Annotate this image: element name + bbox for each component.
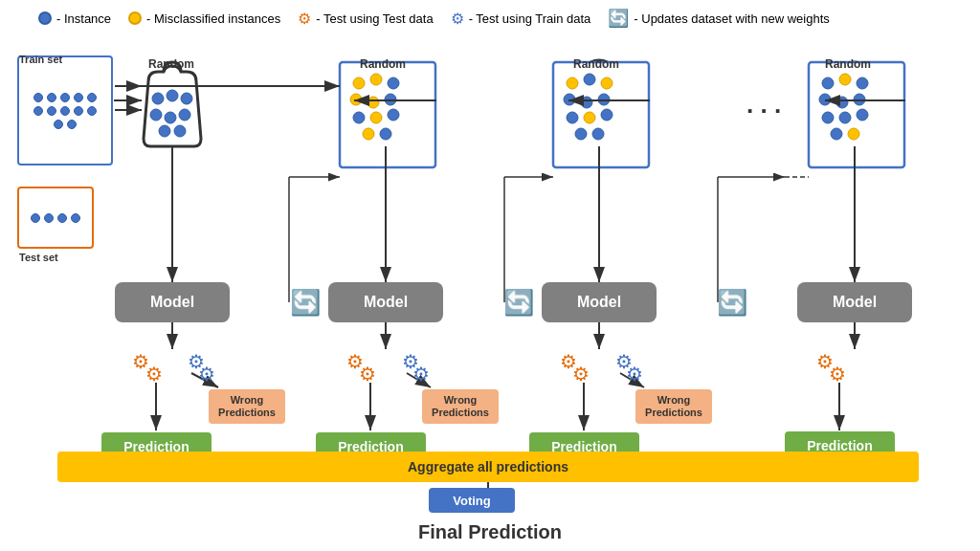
instance-label: - Instance bbox=[56, 11, 111, 26]
svg-text:⚙: ⚙ bbox=[626, 364, 643, 385]
svg-text:⚙: ⚙ bbox=[188, 351, 205, 372]
model-box-3: Model bbox=[542, 282, 657, 322]
svg-line-86 bbox=[407, 373, 431, 387]
svg-point-43 bbox=[388, 109, 399, 121]
svg-point-30 bbox=[849, 109, 860, 121]
svg-point-62 bbox=[819, 94, 831, 105]
blue-gear-icon: ⚙ bbox=[451, 10, 464, 28]
svg-rect-58 bbox=[809, 62, 904, 167]
svg-text:· · ·: · · · bbox=[746, 97, 781, 125]
wrong-predictions-box-3: WrongPredictions bbox=[635, 389, 712, 424]
svg-line-85 bbox=[191, 373, 218, 387]
misclassified-label: - Misclassified instances bbox=[146, 11, 280, 26]
svg-line-87 bbox=[620, 373, 644, 387]
svg-point-3 bbox=[181, 93, 192, 104]
svg-point-5 bbox=[165, 112, 176, 123]
svg-point-38 bbox=[350, 94, 362, 105]
svg-point-69 bbox=[848, 128, 859, 140]
svg-point-50 bbox=[564, 94, 575, 105]
svg-point-7 bbox=[159, 125, 170, 137]
updates-label: - Updates dataset with new weights bbox=[634, 11, 830, 26]
voting-box: Voting bbox=[429, 488, 515, 513]
random-label-3: Random bbox=[573, 57, 619, 71]
svg-point-67 bbox=[857, 109, 868, 121]
svg-point-56 bbox=[575, 128, 587, 140]
svg-point-21 bbox=[577, 109, 589, 121]
svg-point-11 bbox=[394, 93, 406, 104]
svg-point-14 bbox=[394, 109, 406, 121]
test-set-label: Test set bbox=[19, 252, 58, 263]
orange-gear-icon: ⚙ bbox=[298, 10, 311, 28]
svg-text:⚙: ⚙ bbox=[402, 351, 419, 372]
random-label-2: Random bbox=[360, 57, 406, 71]
svg-point-2 bbox=[167, 90, 178, 101]
svg-text:⚙: ⚙ bbox=[346, 351, 364, 372]
test-set-box bbox=[17, 187, 94, 249]
model-box-2: Model bbox=[328, 282, 443, 322]
svg-point-6 bbox=[179, 109, 190, 121]
svg-point-37 bbox=[388, 77, 399, 89]
svg-point-10 bbox=[380, 87, 391, 99]
svg-text:🔄: 🔄 bbox=[290, 287, 322, 318]
svg-point-33 bbox=[857, 125, 868, 137]
svg-point-49 bbox=[601, 77, 612, 89]
svg-text:⚙: ⚙ bbox=[132, 351, 149, 372]
svg-point-51 bbox=[581, 97, 592, 108]
svg-point-52 bbox=[598, 94, 610, 105]
diagram-container: - Instance - Misclassified instances ⚙ -… bbox=[0, 0, 980, 551]
aggregate-bar: Aggregate all predictions bbox=[57, 452, 919, 482]
svg-point-66 bbox=[839, 112, 851, 123]
model-box-1: Model bbox=[115, 282, 230, 322]
train-set-label: Train set bbox=[19, 54, 62, 65]
svg-point-63 bbox=[836, 97, 848, 108]
svg-point-15 bbox=[372, 125, 384, 137]
svg-text:⚙: ⚙ bbox=[572, 364, 590, 385]
svg-point-59 bbox=[822, 77, 834, 89]
train-set-box bbox=[17, 55, 113, 165]
legend-misclassified: - Misclassified instances bbox=[128, 11, 280, 26]
model-box-4: Model bbox=[797, 282, 912, 322]
svg-point-25 bbox=[601, 125, 612, 137]
svg-point-36 bbox=[370, 74, 382, 85]
legend: - Instance - Misclassified instances ⚙ -… bbox=[38, 8, 830, 29]
svg-point-45 bbox=[380, 128, 391, 140]
wrong-predictions-box-1: WrongPredictions bbox=[209, 389, 285, 424]
svg-point-13 bbox=[378, 112, 390, 123]
svg-text:⚙: ⚙ bbox=[145, 364, 163, 385]
svg-point-18 bbox=[579, 93, 590, 104]
svg-point-20 bbox=[608, 93, 619, 104]
svg-point-44 bbox=[363, 128, 374, 140]
svg-point-68 bbox=[831, 128, 842, 140]
svg-text:⚙: ⚙ bbox=[829, 364, 846, 385]
svg-point-39 bbox=[368, 97, 379, 108]
test-dots bbox=[27, 209, 84, 227]
svg-point-16 bbox=[388, 125, 399, 137]
svg-point-27 bbox=[849, 87, 860, 99]
final-prediction-label: Final Prediction bbox=[0, 521, 980, 543]
test-train-label: - Test using Train data bbox=[469, 11, 591, 26]
svg-point-60 bbox=[839, 74, 851, 85]
legend-test-train: ⚙ - Test using Train data bbox=[451, 10, 591, 28]
svg-point-64 bbox=[854, 94, 865, 105]
svg-point-24 bbox=[586, 125, 597, 137]
instance-icon bbox=[38, 11, 52, 25]
svg-text:🔄: 🔄 bbox=[717, 287, 748, 318]
svg-point-40 bbox=[385, 94, 396, 105]
svg-point-12 bbox=[364, 109, 375, 121]
svg-point-48 bbox=[584, 74, 595, 85]
svg-point-23 bbox=[610, 109, 621, 121]
svg-point-35 bbox=[353, 77, 365, 89]
svg-point-65 bbox=[822, 112, 834, 123]
svg-rect-46 bbox=[553, 62, 649, 167]
svg-point-61 bbox=[857, 77, 868, 89]
svg-point-4 bbox=[150, 109, 162, 121]
legend-test-test: ⚙ - Test using Test data bbox=[298, 10, 433, 28]
recycle-icon-legend: 🔄 bbox=[608, 8, 629, 29]
svg-point-8 bbox=[174, 125, 186, 137]
train-dots bbox=[25, 89, 105, 133]
wrong-predictions-box-2: WrongPredictions bbox=[422, 389, 499, 424]
svg-point-17 bbox=[402, 121, 413, 133]
svg-point-47 bbox=[567, 77, 578, 89]
svg-point-29 bbox=[833, 109, 844, 121]
svg-point-54 bbox=[584, 112, 595, 123]
